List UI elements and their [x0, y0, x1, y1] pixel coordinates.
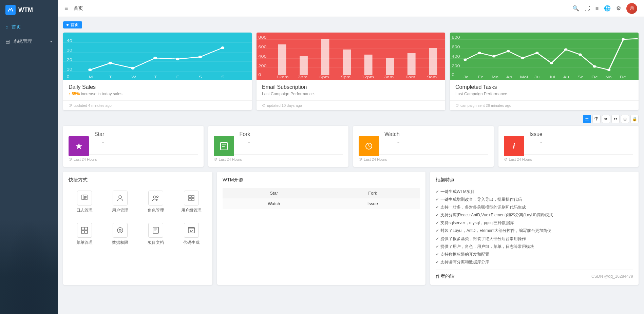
svg-point-12: [153, 57, 157, 59]
svg-text:0: 0: [452, 72, 454, 77]
codegen-icon: [184, 223, 199, 238]
svg-point-68: [622, 38, 625, 40]
table-row: Watch Issue: [223, 198, 420, 209]
sidebar-item-home[interactable]: ○ 首页: [0, 20, 58, 34]
dataperm-label: 数据权限: [112, 240, 128, 246]
list-icon[interactable]: ≡: [595, 5, 599, 12]
shortcut-role[interactable]: 角色管理: [140, 188, 171, 216]
clock-icon: ⏱: [69, 103, 72, 107]
system-icon: ▤: [5, 39, 10, 44]
svg-rect-39: [429, 48, 437, 75]
feature-item-2: 一键生成增删改查，导入导出，批量操作代码: [436, 196, 633, 203]
shortcut-codegen[interactable]: 代码生成: [175, 220, 207, 248]
svg-rect-99: [81, 227, 84, 230]
svg-point-64: [564, 48, 567, 51]
toolbar-icon-wang[interactable]: 王: [583, 115, 591, 123]
completed-tasks-subtitle: Last Campaign Performance.: [455, 92, 633, 96]
shortcut-dataperm[interactable]: 数据权限: [104, 220, 136, 248]
svg-text:400: 400: [258, 54, 266, 58]
logo-text: WTM: [18, 6, 33, 14]
svg-rect-35: [343, 50, 351, 75]
svg-text:S: S: [199, 75, 202, 79]
shortcut-usergroup[interactable]: 用户组管理: [175, 188, 207, 216]
sidebar-logo: WTM: [0, 0, 58, 20]
svg-text:200: 200: [452, 63, 460, 68]
svg-text:De: De: [620, 75, 626, 79]
svg-point-65: [579, 53, 582, 56]
svg-rect-37: [386, 58, 394, 75]
shortcut-project[interactable]: 项目文档: [140, 220, 171, 248]
svg-rect-102: [85, 231, 88, 233]
toolbar-icon-zhong[interactable]: 中: [592, 115, 601, 123]
svg-text:T: T: [154, 75, 157, 79]
svg-text:Oc: Oc: [591, 75, 598, 79]
bottom-row: 快捷方式 日志管理: [63, 172, 639, 285]
svg-point-66: [593, 65, 596, 67]
fullscreen-icon[interactable]: ⛶: [585, 5, 590, 12]
completed-tasks-footer: ⏱ campaign sent 26 minutes ago: [450, 100, 639, 110]
svg-text:0: 0: [67, 74, 70, 79]
framework-features-card: 框架特点 一键生成WTM项目 一键生成增删改查，导入导出，批量操作代码 支持一对…: [430, 172, 639, 285]
menu-toggle-icon[interactable]: ≡: [64, 5, 68, 12]
svg-text:12am: 12am: [276, 75, 288, 79]
svg-rect-106: [153, 227, 158, 233]
watch-card: Watch - ⏱ Last 24 Hours: [353, 126, 494, 167]
author-section-title: 作者的话: [436, 273, 455, 279]
shortcut-log[interactable]: 日志管理: [69, 188, 100, 216]
wtm-col-fork: Fork: [325, 188, 420, 198]
star-card-top: ★ Star -: [69, 131, 198, 150]
sidebar: WTM ○ 首页 ▤ 系统管理 ▾: [0, 0, 58, 314]
watch-card-content: Watch -: [384, 131, 400, 146]
role-icon: [148, 191, 163, 205]
shortcut-user[interactable]: 用户管理: [104, 188, 136, 216]
svg-text:Mai: Mai: [520, 75, 528, 79]
toolbar-icon-edit[interactable]: ✏: [602, 115, 610, 123]
star-footer-text: Last 24 Hours: [74, 157, 97, 161]
framework-features-title: 框架特点: [436, 177, 633, 183]
svg-text:Ma: Ma: [492, 75, 499, 79]
svg-point-93: [153, 196, 156, 198]
svg-point-60: [507, 50, 510, 52]
log-label: 日志管理: [76, 208, 93, 213]
svg-point-67: [607, 68, 610, 71]
svg-text:W: W: [131, 75, 136, 79]
svg-text:3am: 3am: [384, 75, 394, 79]
svg-rect-97: [189, 198, 191, 201]
svg-text:Ap: Ap: [506, 75, 512, 79]
wtm-col-star: Star: [223, 188, 325, 198]
toolbar-icon-lock[interactable]: 🔒: [630, 115, 639, 123]
feature-item-8: 提供了用户，角色，用户组，菜单，日志等常用模块: [436, 243, 633, 251]
sidebar-item-system[interactable]: ▤ 系统管理 ▾: [0, 34, 58, 48]
svg-text:F: F: [176, 75, 179, 79]
clock-icon-fork: ⏱: [214, 157, 217, 161]
issue-value: -: [540, 137, 542, 146]
daily-sales-footer: ⏱ updated 4 minutes ago: [63, 100, 252, 110]
feature-item-7: 提供了很多基类，封装了绝大部分后台常用操作: [436, 235, 633, 243]
toolbar-icon-grid[interactable]: ⊞: [621, 115, 629, 123]
globe-icon[interactable]: 🌐: [604, 5, 611, 12]
svg-point-13: [176, 58, 179, 60]
search-icon[interactable]: 🔍: [572, 5, 579, 12]
svg-text:6pm: 6pm: [319, 75, 329, 79]
feature-list: 一键生成WTM项目 一键生成增删改查，导入导出，批量操作代码 支持一对多，多对多…: [436, 188, 633, 267]
usergroup-icon: [184, 191, 199, 205]
clock-icon-watch: ⏱: [359, 157, 362, 161]
settings-icon[interactable]: ⚙: [616, 5, 621, 12]
svg-point-61: [521, 57, 524, 59]
watch-card-top: Watch -: [359, 131, 488, 150]
wtm-cell-star: Watch: [223, 198, 325, 209]
clock-icon-2: ⏱: [262, 103, 266, 107]
issue-card-top: i Issue -: [504, 131, 633, 150]
log-icon: [77, 191, 92, 205]
shortcut-menu[interactable]: 菜单管理: [69, 220, 100, 248]
svg-text:9pm: 9pm: [341, 75, 351, 79]
svg-point-59: [492, 55, 495, 57]
svg-point-11: [131, 67, 135, 70]
toolbar-icon-cut[interactable]: ✂: [611, 115, 620, 123]
svg-text:Fe: Fe: [478, 75, 484, 79]
fork-card-content: Fork -: [240, 131, 250, 146]
completed-tasks-body: Completed Tasks Last Campaign Performanc…: [450, 80, 639, 100]
avatar[interactable]: 用: [626, 3, 637, 14]
star-icon: ★: [69, 136, 89, 156]
feature-item-6: 封装了Layui，AntD，Element大部分控件，编写前台更加简便: [436, 227, 633, 235]
